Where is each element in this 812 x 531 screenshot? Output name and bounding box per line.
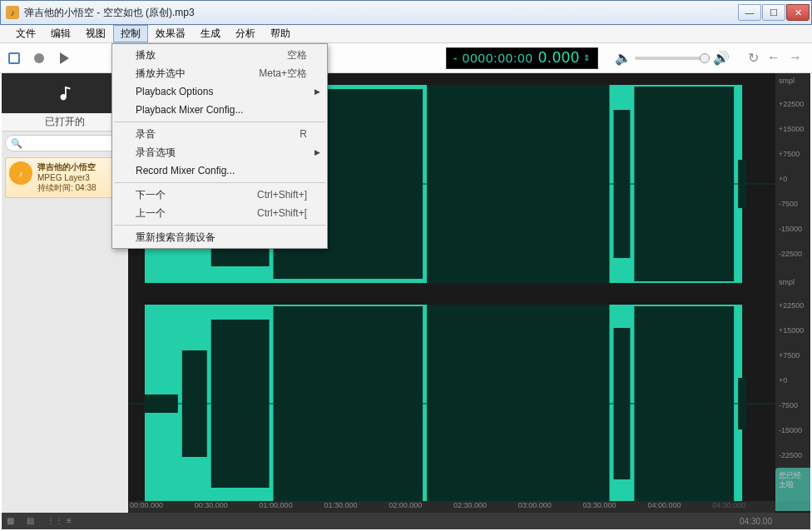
file-audio-icon: ♪ (9, 161, 32, 185)
time-tick: 02:00.000 (387, 501, 452, 513)
record-button[interactable] (30, 49, 48, 67)
ruler-label: smpl (779, 278, 795, 286)
svg-rect-9 (634, 87, 734, 281)
menu-item-next[interactable]: 下一个Ctrl+Shift+] (112, 186, 327, 204)
svg-rect-7 (427, 85, 609, 283)
svg-rect-17 (274, 306, 423, 501)
menu-item-playback-options[interactable]: Playback Options▶ (112, 82, 327, 101)
play-button[interactable] (55, 49, 73, 67)
menu-item-record[interactable]: 录音R (112, 125, 327, 143)
ruler-label: +7500 (779, 150, 800, 158)
menu-item-play-selection[interactable]: 播放并选中Meta+空格 (112, 64, 327, 82)
history-refresh-icon[interactable]: ↻ (748, 50, 759, 66)
sidebar-header (2, 73, 128, 113)
time-tick: 03:00.000 (517, 501, 582, 513)
watermark: 您已经 土啦 (775, 468, 810, 511)
ruler-label: -7500 (779, 200, 798, 208)
svg-rect-14 (145, 395, 178, 413)
time-tick: 00:00.000 (128, 501, 193, 513)
ruler-label: +0 (779, 175, 787, 183)
menu-analyze[interactable]: 分析 (228, 25, 263, 42)
menu-separator (114, 122, 325, 122)
svg-rect-8 (614, 110, 631, 258)
volume-mute-icon[interactable]: 🔈 (615, 50, 631, 66)
sidebar-tab-opened[interactable]: 已打开的 (2, 113, 128, 132)
file-duration: 持续时间: 04:38 (37, 182, 97, 194)
svg-rect-20 (634, 306, 734, 501)
search-icon: 🔍 (11, 138, 22, 149)
volume-max-icon: 🔊 (713, 50, 730, 66)
history-back-icon[interactable]: ← (767, 50, 780, 66)
status-icon-4[interactable]: ≡ (67, 516, 78, 526)
sidebar: 已打开的 🔍 ♪ 弹吉他的小悟空 MPEG Layer3 持续时间: 04:38 (2, 73, 128, 513)
waveform-channel-2 (128, 296, 775, 511)
menu-item-play[interactable]: 播放空格 (112, 46, 327, 64)
search-input[interactable]: 🔍 (5, 135, 125, 151)
svg-rect-19 (614, 328, 631, 479)
menu-item-rescan-devices[interactable]: 重新搜索音频设备 (112, 228, 327, 246)
time-tick: 03:30.000 (582, 501, 646, 513)
ruler-label: -15000 (779, 225, 802, 233)
menu-generate[interactable]: 生成 (193, 25, 228, 42)
history-forward-icon[interactable]: → (789, 50, 802, 66)
ruler-label: +22500 (779, 100, 804, 108)
svg-rect-21 (738, 378, 746, 429)
menu-file[interactable]: 文件 (8, 25, 43, 42)
file-codec: MPEG Layer3 (37, 173, 97, 182)
time-tick: 01:30.000 (322, 501, 387, 513)
ruler-label: -22500 (779, 451, 802, 459)
close-button[interactable]: ✕ (786, 4, 810, 21)
menu-view[interactable]: 视图 (78, 25, 113, 42)
menu-edit[interactable]: 编辑 (43, 25, 78, 42)
menu-separator (114, 182, 325, 183)
ruler-label: smpl (779, 77, 795, 85)
timecode-left: - 0000:00:00 (453, 51, 533, 65)
time-tick: 01:00.000 (258, 501, 323, 513)
status-icon-1[interactable]: ▦ (7, 516, 18, 526)
menu-item-playback-mixer[interactable]: Playback Mixer Config... (112, 101, 327, 119)
time-tick: 04:00.000 (646, 501, 710, 513)
status-time: 04:30.00 (740, 517, 772, 526)
svg-rect-16 (211, 320, 270, 488)
svg-rect-10 (738, 160, 746, 208)
titlebar: ♪ 弹吉他的小悟空 - 空空如也 (原创).mp3 — ☐ ✕ (0, 0, 812, 25)
timecode-display: - 0000:00:00 0.000 ⇕ (446, 47, 598, 69)
menu-item-record-options[interactable]: 录音选项▶ (112, 143, 327, 161)
control-menu-dropdown: 播放空格 播放并选中Meta+空格 Playback Options▶ Play… (111, 43, 328, 249)
menu-control[interactable]: 控制 (113, 25, 148, 42)
time-tick: 00:30.000 (193, 501, 258, 513)
svg-rect-15 (182, 350, 207, 457)
stop-button[interactable] (5, 49, 23, 67)
ruler-label: +15000 (779, 125, 804, 133)
ruler-label: +7500 (779, 351, 800, 360)
menu-item-record-mixer[interactable]: Record Mixer Config... (112, 161, 327, 180)
ruler-label: -15000 (779, 426, 802, 434)
statusbar: ▦ ▤ ⋮⋮ ≡ 04:30.00 (2, 513, 810, 529)
menu-help[interactable]: 帮助 (263, 25, 298, 42)
ruler-label: -7500 (779, 401, 798, 409)
menu-effects[interactable]: 效果器 (148, 25, 193, 42)
app-icon: ♪ (6, 6, 19, 19)
menu-separator (114, 225, 325, 226)
window-title: 弹吉他的小悟空 - 空空如也 (原创).mp3 (24, 6, 737, 20)
timecode-right: 0.000 (538, 49, 580, 67)
maximize-button[interactable]: ☐ (762, 4, 785, 21)
music-note-icon (56, 84, 74, 102)
ruler-label: +15000 (779, 326, 804, 335)
svg-rect-18 (427, 305, 609, 503)
history-buttons: ↻ ← → (748, 50, 802, 66)
status-icon-2[interactable]: ▤ (27, 516, 38, 526)
time-tick: 04:30.000 (710, 501, 775, 513)
ruler-label: -22500 (779, 250, 802, 258)
volume-slider[interactable] (635, 57, 710, 60)
window-controls: — ☐ ✕ (737, 4, 810, 21)
amplitude-ruler: smpl +22500 +15000 +7500 +0 -7500 -15000… (775, 73, 810, 501)
menu-item-prev[interactable]: 上一个Ctrl+Shift+[ (112, 204, 327, 222)
file-list-item[interactable]: ♪ 弹吉他的小悟空 MPEG Layer3 持续时间: 04:38 (5, 157, 125, 198)
file-name: 弹吉他的小悟空 (37, 161, 97, 173)
time-tick: 02:30.000 (452, 501, 517, 513)
status-icon-3[interactable]: ⋮⋮ (47, 516, 58, 526)
volume-control[interactable]: 🔈 🔊 (615, 50, 730, 66)
minimize-button[interactable]: — (738, 4, 761, 21)
time-ruler[interactable]: 00:00.000 00:30.000 01:00.000 01:30.000 … (128, 501, 775, 513)
